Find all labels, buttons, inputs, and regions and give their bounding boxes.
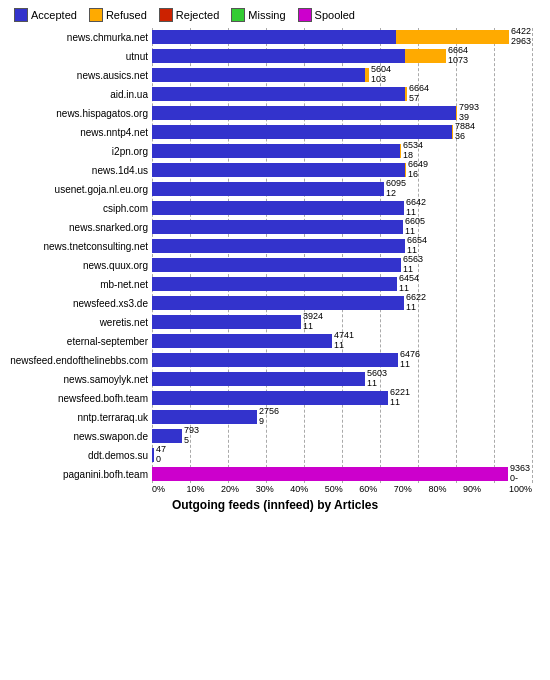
bar-accepted	[152, 125, 452, 139]
x-label-10%: 10%	[187, 484, 222, 494]
table-row: news.ausics.net5604103	[4, 66, 546, 84]
bar-values: 470	[156, 445, 166, 465]
bar-section: 64222963	[152, 29, 546, 45]
row-label: aid.in.ua	[4, 89, 152, 100]
bar-accepted	[152, 239, 405, 253]
bar-accepted	[152, 30, 396, 44]
x-label-0%: 0%	[152, 484, 187, 494]
row-label: i2pn.org	[4, 146, 152, 157]
bar-accepted	[152, 372, 365, 386]
bar-wrapper	[152, 30, 509, 44]
bar-section: 653418	[152, 143, 546, 159]
x-label-80%: 80%	[428, 484, 463, 494]
legend-item-refused: Refused	[89, 8, 147, 22]
row-label: news.1d4.us	[4, 165, 152, 176]
x-label-40%: 40%	[290, 484, 325, 494]
bar-accepted	[152, 429, 182, 443]
bar-values: 392411	[303, 312, 323, 332]
table-row: news.hispagatos.org799339	[4, 104, 546, 122]
bar-accepted	[152, 448, 154, 462]
row-label: usenet.goja.nl.eu.org	[4, 184, 152, 195]
refused-value: 11	[406, 303, 426, 313]
x-label-100%: 100%	[497, 484, 532, 494]
legend-color-missing	[231, 8, 245, 22]
bar-section: 392411	[152, 314, 546, 330]
bar-section: 622111	[152, 390, 546, 406]
bar-wrapper	[152, 182, 384, 196]
bar-accepted	[152, 410, 257, 424]
refused-value: 1073	[448, 56, 468, 66]
x-label-50%: 50%	[325, 484, 360, 494]
bar-wrapper	[152, 467, 508, 481]
table-row: newsfeed.bofh.team622111	[4, 389, 546, 407]
row-label: news.swapon.de	[4, 431, 152, 442]
refused-value: 11	[367, 379, 387, 389]
table-row: newsfeed.endofthelinebbs.com647611	[4, 351, 546, 369]
legend-color-accepted	[14, 8, 28, 22]
bar-section: 7935	[152, 428, 546, 444]
bar-accepted	[152, 296, 404, 310]
bar-accepted	[152, 144, 400, 158]
bar-wrapper	[152, 391, 388, 405]
table-row: news.1d4.us664916	[4, 161, 546, 179]
legend-color-refused	[89, 8, 103, 22]
row-label: utnut	[4, 51, 152, 62]
bar-accepted	[152, 220, 403, 234]
bar-wrapper	[152, 163, 406, 177]
row-label: newsfeed.bofh.team	[4, 393, 152, 404]
bar-wrapper	[152, 296, 404, 310]
bar-values: 660511	[405, 217, 425, 237]
legend-item-rejected: Rejected	[159, 8, 219, 22]
bar-values: 64222963	[511, 27, 531, 47]
row-label: news.samoylyk.net	[4, 374, 152, 385]
table-row: usenet.goja.nl.eu.org609512	[4, 180, 546, 198]
bar-accepted	[152, 182, 384, 196]
bar-values: 93630-	[510, 464, 530, 484]
bar-section: 666457	[152, 86, 546, 102]
bar-values: 647611	[400, 350, 420, 370]
bar-wrapper	[152, 258, 401, 272]
bar-refused	[405, 163, 406, 177]
table-row: ddt.demos.su470	[4, 446, 546, 464]
x-label-60%: 60%	[359, 484, 394, 494]
bar-section: 5604103	[152, 67, 546, 83]
refused-value: 5	[184, 436, 199, 446]
chart-container: AcceptedRefusedRejectedMissingSpooled ne…	[0, 0, 550, 680]
table-row: csiph.com664211	[4, 199, 546, 217]
legend-label-rejected: Rejected	[176, 9, 219, 21]
bar-section: 788436	[152, 124, 546, 140]
row-label: news.hispagatos.org	[4, 108, 152, 119]
bar-values: 609512	[386, 179, 406, 199]
bar-values: 666457	[409, 84, 429, 104]
refused-value: 11	[400, 360, 420, 370]
bar-values: 645411	[399, 274, 419, 294]
bar-section: 660511	[152, 219, 546, 235]
table-row: eternal-september474111	[4, 332, 546, 350]
x-label-30%: 30%	[256, 484, 291, 494]
refused-value: 103	[371, 75, 391, 85]
bar-values: 665411	[407, 236, 427, 256]
bar-section: 609512	[152, 181, 546, 197]
bar-section: 665411	[152, 238, 546, 254]
bar-accepted	[152, 87, 405, 101]
bar-refused	[396, 30, 509, 44]
bar-refused	[452, 125, 453, 139]
table-row: newsfeed.xs3.de662211	[4, 294, 546, 312]
bar-wrapper	[152, 49, 446, 63]
bar-section: 647611	[152, 352, 546, 368]
legend-item-missing: Missing	[231, 8, 285, 22]
bar-accepted	[152, 334, 332, 348]
bar-section: 645411	[152, 276, 546, 292]
bar-section: 799339	[152, 105, 546, 121]
table-row: news.samoylyk.net560311	[4, 370, 546, 388]
refused-value: 2963	[511, 37, 531, 47]
refused-value: 11	[303, 322, 323, 332]
bar-values: 799339	[459, 103, 479, 123]
bar-values: 560311	[367, 369, 387, 389]
table-row: news.chmurka.net64222963	[4, 28, 546, 46]
row-label: ddt.demos.su	[4, 450, 152, 461]
legend-label-spooled: Spooled	[315, 9, 355, 21]
legend: AcceptedRefusedRejectedMissingSpooled	[4, 8, 546, 22]
bar-values: 7935	[184, 426, 199, 446]
bar-values: 474111	[334, 331, 354, 351]
